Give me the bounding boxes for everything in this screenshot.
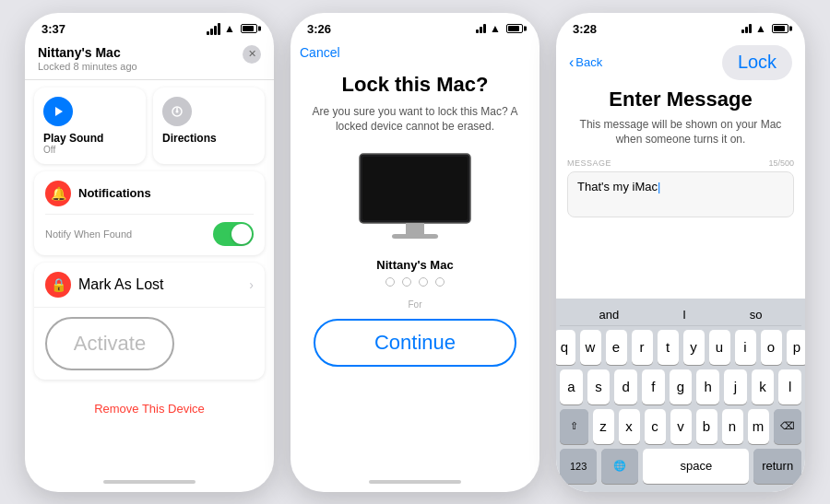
key-a[interactable]: a	[560, 369, 583, 404]
mac-label: Nittany's Mac	[376, 258, 453, 272]
key-j[interactable]: j	[724, 369, 747, 404]
pin-dot-2	[402, 277, 411, 287]
remove-device-section: Remove This Device	[34, 387, 265, 429]
key-n[interactable]: n	[722, 409, 743, 444]
key-r[interactable]: r	[632, 330, 653, 365]
notifications-label: Notifications	[78, 186, 151, 200]
numbers-key[interactable]: 123	[560, 449, 597, 484]
play-sound-card[interactable]: Play Sound Off	[34, 88, 146, 164]
wifi-icon-2: ▲	[490, 22, 501, 35]
key-u[interactable]: u	[709, 330, 730, 365]
activate-label: Activate	[74, 332, 146, 356]
keyboard-row-2: a s d f g h j k l	[560, 369, 801, 404]
msg-label-row: MESSAGE 15/500	[567, 158, 794, 168]
key-f[interactable]: f	[642, 369, 665, 404]
pin-dot-1	[385, 277, 395, 287]
play-sound-label: Play Sound	[43, 132, 136, 145]
message-input[interactable]: That's my iMac	[567, 171, 794, 217]
key-q[interactable]: q	[556, 330, 575, 365]
directions-icon	[162, 97, 192, 126]
phone-3: 3:28 ▲ ‹ Back Lock Enter Message This me…	[556, 13, 805, 492]
key-l[interactable]: l	[778, 369, 801, 404]
enter-message-title: Enter Message	[571, 88, 790, 111]
notifications-icon-label: 🔔 Notifications	[45, 181, 151, 206]
phone-2: 3:26 ▲ Cancel Lock this Mac? Are you sur…	[290, 13, 540, 492]
suggestion-and[interactable]: and	[599, 308, 619, 322]
notify-found-label: Notify When Found	[45, 229, 132, 240]
key-s[interactable]: s	[587, 369, 611, 404]
return-key[interactable]: return	[753, 449, 801, 484]
lock-button[interactable]: Lock	[722, 45, 792, 80]
mark-as-lost-header[interactable]: 🔒 Mark As Lost ›	[34, 263, 265, 308]
imac-svg	[355, 152, 475, 244]
signal-icon	[207, 23, 220, 35]
delete-key[interactable]: ⌫	[774, 409, 802, 444]
message-field-area: MESSAGE 15/500 That's my iMac	[567, 158, 794, 298]
suggestion-so[interactable]: so	[750, 308, 763, 322]
key-k[interactable]: k	[752, 369, 775, 404]
message-text: That's my iMac	[577, 180, 660, 193]
play-sound-sub: Off	[43, 145, 136, 155]
play-sound-icon	[43, 97, 73, 126]
time-1: 3:37	[42, 22, 65, 36]
notify-toggle[interactable]	[213, 222, 254, 246]
key-d[interactable]: d	[614, 369, 637, 404]
key-c[interactable]: c	[645, 409, 666, 444]
svg-rect-5	[362, 157, 468, 220]
svg-point-3	[176, 110, 179, 112]
key-h[interactable]: h	[696, 369, 719, 404]
lock-description: Are you sure you want to lock this Mac? …	[309, 104, 521, 135]
mark-as-lost-label: Mark As Lost	[78, 276, 163, 293]
svg-rect-7	[392, 234, 438, 239]
key-w[interactable]: w	[580, 330, 601, 365]
remove-device-label[interactable]: Remove This Device	[94, 402, 205, 416]
bell-icon: 🔔	[45, 181, 71, 206]
time-3: 3:28	[573, 22, 597, 36]
key-m[interactable]: m	[748, 409, 769, 444]
directions-label: Directions	[162, 132, 255, 145]
back-button[interactable]: ‹ Back	[569, 54, 602, 71]
key-y[interactable]: y	[683, 330, 705, 365]
space-key[interactable]: space	[643, 449, 749, 484]
key-z[interactable]: z	[593, 409, 614, 444]
notifications-row: 🔔 Notifications	[45, 181, 254, 206]
emoji-key[interactable]: 🌐	[601, 449, 638, 484]
device-name: Nittany's Mac	[38, 45, 137, 60]
mark-as-lost-card: 🔒 Mark As Lost › Activate	[34, 263, 265, 380]
phone2-content: Lock this Mac? Are you sure you want to …	[290, 64, 540, 472]
chevron-left-icon: ‹	[569, 54, 574, 71]
key-i[interactable]: i	[735, 330, 756, 365]
key-t[interactable]: t	[658, 330, 679, 365]
key-e[interactable]: e	[606, 330, 627, 365]
lost-card-body: Activate	[34, 317, 265, 370]
lock-title: Lock this Mac?	[342, 73, 489, 97]
phone3-header-bar: ‹ Back Lock	[556, 40, 805, 84]
chevron-right-icon: ›	[249, 277, 254, 292]
signal-icon-2	[476, 24, 486, 33]
signal-icon-3	[741, 24, 752, 33]
key-g[interactable]: g	[670, 369, 693, 404]
battery-icon-2	[506, 24, 523, 33]
status-bar-2: 3:26 ▲	[290, 13, 540, 40]
phone-1: 3:37 ▲ Nittany's Mac Locked 8 minutes ag…	[25, 13, 274, 492]
suggestion-i[interactable]: I	[682, 308, 686, 322]
lost-icon-label: 🔒 Mark As Lost	[45, 272, 163, 298]
cancel-button[interactable]: Cancel	[300, 45, 340, 60]
status-icons-2: ▲	[476, 22, 523, 35]
keyboard: and I so q w e r t y u i o p a s d f g h…	[556, 299, 805, 492]
time-2: 3:26	[307, 22, 331, 36]
activate-pill[interactable]: Activate	[45, 317, 174, 370]
key-x[interactable]: x	[619, 409, 640, 444]
shift-key[interactable]: ⇧	[560, 409, 588, 444]
directions-card[interactable]: Directions	[153, 88, 265, 164]
key-p[interactable]: p	[787, 330, 806, 365]
key-o[interactable]: o	[761, 330, 782, 365]
continue-button[interactable]: Continue	[314, 319, 516, 367]
keyboard-row-3: ⇧ z x c v b n m ⌫	[560, 409, 801, 444]
key-v[interactable]: v	[670, 409, 692, 444]
svg-rect-6	[406, 223, 424, 234]
home-indicator-2	[290, 472, 540, 492]
close-button[interactable]: ✕	[243, 45, 261, 64]
key-b[interactable]: b	[696, 409, 717, 444]
keyboard-suggestions: and I so	[560, 304, 801, 326]
